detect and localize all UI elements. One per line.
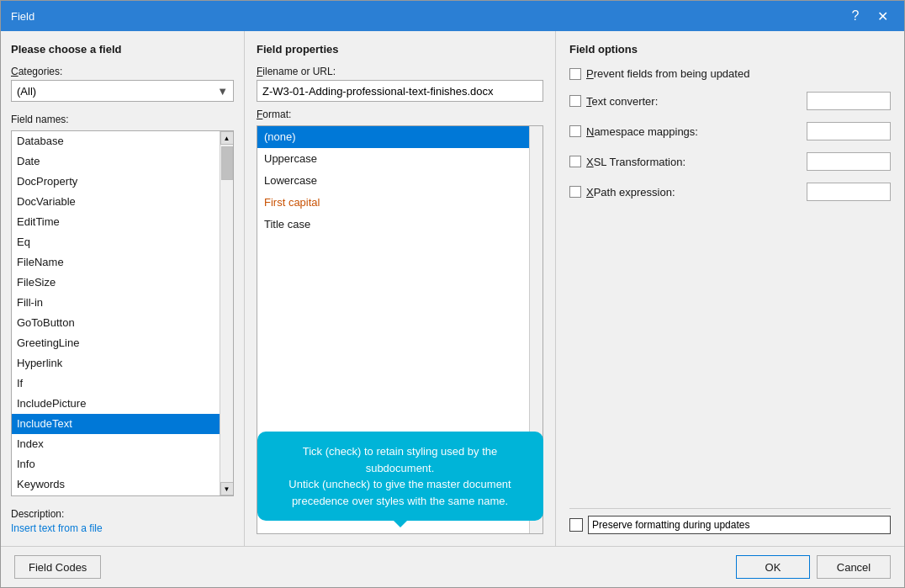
text-converter-input[interactable]: [807, 92, 891, 110]
format-label-rest: ormat:: [262, 109, 291, 120]
description-section: Description: Insert text from a file: [11, 508, 234, 534]
prevent-update-checkbox[interactable]: [569, 68, 581, 80]
ok-button[interactable]: OK: [736, 555, 810, 579]
tooltip-bubble: Tick (check) to retain styling used by t…: [257, 432, 543, 521]
list-item[interactable]: GreetingLine: [12, 333, 220, 353]
bottom-left: Field Codes: [14, 555, 101, 579]
field-list-items: DatabaseDateDocPropertyDocVariableEditTi…: [12, 131, 220, 495]
format-item[interactable]: First capital: [257, 192, 529, 214]
description-text: Insert text from a file: [11, 522, 234, 534]
list-item[interactable]: Fill-in: [12, 293, 220, 313]
list-item[interactable]: IncludePicture: [12, 394, 220, 414]
spacer: [569, 213, 891, 496]
middle-panel: Field properties Filename or URL: Format…: [245, 31, 556, 546]
namespace-mappings-checkbox[interactable]: [569, 125, 581, 137]
xsl-transformation-checkbox[interactable]: [569, 156, 581, 167]
dropdown-arrow-icon: ▼: [217, 85, 228, 98]
xsl-transformation-label: XSL Transformation:: [586, 156, 685, 168]
list-item[interactable]: DocProperty: [12, 172, 220, 192]
list-item[interactable]: EditTime: [12, 212, 220, 232]
list-item[interactable]: Hyperlink: [12, 353, 220, 373]
list-item[interactable]: Date: [12, 151, 220, 172]
scroll-up-btn[interactable]: ▲: [220, 131, 234, 145]
xpath-expression-group: XPath expression:: [569, 186, 800, 199]
title-bar-controls: ? ✕: [844, 4, 894, 28]
dialog-content: Please choose a field Categories: (All) …: [1, 31, 904, 546]
filename-label-rest: ilename or URL:: [262, 66, 336, 77]
namespace-mappings-label: Namespace mappings:: [586, 125, 698, 138]
list-item[interactable]: FileName: [12, 252, 220, 273]
list-item[interactable]: DocVariable: [12, 192, 220, 212]
tooltip-text: Tick (check) to retain styling used by t…: [288, 445, 511, 507]
filename-label: Filename or URL:: [257, 66, 543, 77]
preserve-formatting-checkbox[interactable]: [569, 518, 583, 532]
list-item[interactable]: IncludeText: [12, 414, 220, 434]
xpath-expression-checkbox[interactable]: [569, 186, 581, 198]
preserve-formatting-input[interactable]: [588, 516, 891, 534]
field-list-scrollbar: ▲ ▼: [220, 131, 233, 495]
list-item[interactable]: Database: [12, 131, 220, 151]
format-item[interactable]: Lowercase: [257, 170, 529, 192]
scroll-down-btn[interactable]: ▼: [220, 482, 234, 495]
categories-section: Categories: (All) ▼: [11, 66, 234, 102]
list-item[interactable]: Index: [12, 434, 220, 454]
list-item[interactable]: Info: [12, 454, 220, 474]
namespace-mappings-input[interactable]: [807, 122, 891, 140]
categories-label: Categories:: [11, 66, 234, 77]
categories-dropdown[interactable]: (All) ▼: [11, 80, 234, 102]
text-converter-group: Text converter:: [569, 95, 800, 108]
format-item[interactable]: Uppercase: [257, 148, 529, 170]
prevent-update-label: Prevent fields from being updated: [586, 67, 749, 80]
list-item[interactable]: Eq: [12, 232, 220, 252]
field-codes-button[interactable]: Field Codes: [14, 555, 101, 579]
title-bar-left: Field: [11, 10, 34, 23]
namespace-mappings-row: Namespace mappings:: [569, 122, 891, 140]
categories-value: (All): [17, 85, 36, 98]
right-panel-content: Prevent fields from being updated Text c…: [569, 67, 891, 534]
categories-label-text: C: [11, 66, 19, 77]
list-item[interactable]: GoToButton: [12, 313, 220, 333]
field-names-list: DatabaseDateDocPropertyDocVariableEditTi…: [11, 130, 234, 496]
help-button[interactable]: ?: [844, 4, 867, 28]
description-label: Description:: [11, 508, 234, 520]
right-panel: Field options Prevent fields from being …: [556, 31, 904, 546]
text-converter-row: Text converter:: [569, 92, 891, 110]
list-item[interactable]: FileSize: [12, 273, 220, 293]
xpath-expression-row: XPath expression:: [569, 183, 891, 201]
text-converter-label: Text converter:: [586, 95, 658, 108]
left-panel: Please choose a field Categories: (All) …: [1, 31, 245, 546]
xpath-expression-label: XPath expression:: [586, 186, 675, 199]
list-item[interactable]: Keywords: [12, 474, 220, 495]
namespace-mappings-group: Namespace mappings:: [569, 125, 800, 138]
field-options-header: Field options: [569, 43, 891, 56]
scroll-thumb[interactable]: [221, 146, 233, 180]
categories-label-rest: ategories:: [19, 66, 63, 77]
format-item[interactable]: (none): [257, 126, 529, 148]
close-button[interactable]: ✕: [871, 4, 894, 28]
title-bar: Field ? ✕: [1, 1, 904, 31]
preserve-formatting-row: [569, 508, 891, 534]
field-names-section: Field names: DatabaseDateDocPropertyDocV…: [11, 109, 234, 496]
xpath-expression-input[interactable]: [807, 183, 891, 201]
prevent-update-row: Prevent fields from being updated: [569, 67, 891, 80]
filename-section: Filename or URL:: [257, 66, 543, 102]
field-names-label: Field names:: [11, 114, 234, 125]
dialog-title: Field: [11, 10, 34, 23]
choose-field-header: Please choose a field: [11, 43, 234, 56]
xsl-transformation-group: XSL Transformation:: [569, 156, 800, 168]
bottom-right: OK Cancel: [736, 555, 891, 579]
field-properties-header: Field properties: [257, 43, 543, 56]
field-dialog: Field ? ✕ Please choose a field Categori…: [0, 0, 905, 588]
cancel-button[interactable]: Cancel: [817, 555, 891, 579]
xsl-transformation-input[interactable]: [807, 152, 891, 171]
format-item[interactable]: Title case: [257, 214, 529, 236]
xsl-transformation-row: XSL Transformation:: [569, 152, 891, 171]
format-label: Format:: [257, 109, 543, 120]
text-converter-checkbox[interactable]: [569, 95, 581, 107]
filename-input[interactable]: [257, 80, 543, 102]
bottom-bar: Field Codes OK Cancel: [1, 546, 904, 587]
list-item[interactable]: If: [12, 373, 220, 394]
